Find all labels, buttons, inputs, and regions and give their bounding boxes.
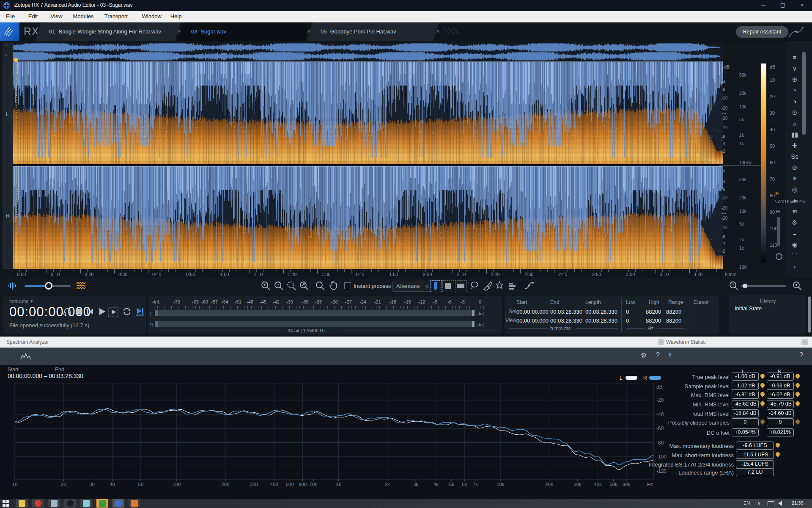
de-click-icon[interactable]: ◔	[789, 86, 800, 95]
stat-pin-icon[interactable]	[775, 442, 781, 448]
zoom-in-button[interactable]	[260, 280, 271, 291]
de-rustle-icon[interactable]: ◒	[789, 229, 800, 238]
stat-value-r[interactable]: -6.02 dB	[767, 391, 794, 399]
taskbar-app-media-app[interactable]	[64, 499, 76, 508]
stats-help-icon[interactable]: ?	[799, 351, 803, 359]
spectrum-plot[interactable]: dB-20-40-60-80-100-120102030406010020030…	[0, 365, 677, 499]
headphones-icon[interactable]	[63, 307, 72, 318]
stat-value-l[interactable]: 0	[732, 418, 759, 426]
zoom-selection-button[interactable]	[286, 280, 297, 291]
sel-end-value[interactable]: 00:03:28.330	[550, 318, 582, 324]
panel-close-icon[interactable]: ×	[658, 339, 664, 345]
overview-waveform[interactable]	[13, 42, 723, 61]
play-button[interactable]	[97, 307, 107, 318]
frequency-selection-tool[interactable]	[455, 280, 467, 292]
menu-transport[interactable]: Transport	[104, 13, 128, 19]
taskbar-app-notepad[interactable]	[80, 499, 92, 508]
vertical-zoom-in-icon[interactable]: ⊕	[776, 208, 780, 215]
playhead-line[interactable]	[16, 61, 16, 269]
spectrogram-colorbar[interactable]	[761, 64, 766, 262]
menu-help[interactable]: Help	[170, 13, 182, 19]
overview-collapse-icon[interactable]: ⌃	[5, 44, 8, 48]
close-button[interactable]: ×	[793, 0, 812, 11]
de-reverb-icon[interactable]: ⊘	[789, 163, 800, 172]
sel-low-value[interactable]: 0	[626, 318, 629, 324]
tray-chevron-icon[interactable]: ∧	[757, 500, 760, 506]
time-frequency-selection-tool[interactable]	[442, 280, 454, 292]
analyzer-help-icon[interactable]: ?	[656, 351, 660, 359]
loudness-value[interactable]: -9.6 LUFS	[736, 442, 774, 450]
menu-window[interactable]: Window	[142, 13, 162, 19]
magic-wand-tool[interactable]	[494, 280, 505, 291]
stat-value-r[interactable]: 0	[767, 418, 794, 426]
minimize-button[interactable]: ─	[754, 0, 773, 11]
h-zoom-in-button[interactable]	[792, 280, 803, 291]
play-selection-button[interactable]	[108, 307, 118, 319]
analyzer-settings-gear-icon[interactable]: ⚙	[641, 351, 647, 359]
de-bleed-icon[interactable]: ⌒	[789, 251, 800, 260]
module-menu-icon[interactable]: ≡	[789, 53, 800, 62]
de-noise-icon[interactable]: ☼	[789, 119, 800, 128]
channel-label-right[interactable]: R	[6, 213, 10, 219]
tab-close-icon[interactable]: ×	[436, 28, 440, 35]
spectrogram-blend-icon[interactable]	[76, 282, 86, 292]
h-zoom-out-button[interactable]	[728, 280, 739, 291]
taskbar-app-security-app[interactable]	[129, 499, 140, 508]
stat-pin-icon[interactable]	[760, 373, 765, 379]
stat-value-r[interactable]: +0.021%	[767, 428, 794, 436]
loop-button[interactable]	[122, 307, 132, 318]
speaker-tray-icon[interactable]	[778, 501, 782, 506]
stat-value-l[interactable]: -6.81 dB	[732, 391, 759, 399]
menu-modules[interactable]: Modules	[73, 13, 93, 19]
brush-tool[interactable]	[482, 280, 493, 291]
clock[interactable]: 21:39	[792, 500, 804, 505]
de-hum-icon[interactable]: ⊙	[789, 108, 800, 117]
ambience-match-icon[interactable]: ◎	[789, 185, 800, 194]
stat-pin-icon[interactable]	[760, 419, 765, 425]
channel-label-left[interactable]: L	[6, 111, 9, 117]
blend-slider-thumb[interactable]	[45, 282, 52, 290]
spectrogram-mini-icon[interactable]: ≋	[775, 190, 779, 197]
plugin-icon[interactable]: ⚙	[789, 218, 800, 227]
stat-value-l[interactable]: -15.84 dB	[732, 409, 759, 417]
stat-value-r[interactable]: -45.79 dB	[767, 400, 794, 408]
sel-high-value[interactable]: 88200	[646, 318, 661, 324]
stat-pin-icon[interactable]	[795, 391, 801, 397]
loudness-value[interactable]: -15.4 LUFS	[736, 460, 774, 468]
collapse-panel-icon[interactable]: ‹	[789, 262, 800, 271]
language-indicator[interactable]: EN	[743, 500, 750, 505]
time-format-chevron-icon[interactable]: ▾	[30, 298, 33, 304]
tab-spectrum-analyzer[interactable]: Spectrum Analyzer	[6, 339, 49, 345]
taskbar-app-file-explorer[interactable]	[16, 499, 28, 508]
time-format-label[interactable]: h:m:s.ms	[9, 298, 28, 304]
stat-pin-icon[interactable]	[795, 419, 801, 425]
h-zoom-slider-thumb[interactable]	[743, 284, 747, 288]
analyzer-options-icon[interactable]: ⍿⍿	[668, 351, 672, 359]
stat-value-r[interactable]: -0.93 dB	[767, 382, 794, 390]
repair-wand-icon[interactable]	[787, 26, 804, 39]
record-button[interactable]	[74, 307, 84, 318]
sel-start-value[interactable]: 00:00:00.000	[516, 318, 549, 324]
play-to-end-button[interactable]	[135, 307, 145, 318]
taskbar-app-start[interactable]	[0, 499, 12, 508]
stat-value-r[interactable]: -14.60 dB	[767, 409, 794, 417]
sel-low-value[interactable]: 0	[626, 309, 629, 315]
file-tab-1[interactable]: 01 -Boogie-Woogie String Along For Real.…	[44, 22, 184, 41]
loudness-value[interactable]: 7.2 LU	[736, 468, 774, 476]
sel-end-value[interactable]: 00:03:28.330	[550, 309, 582, 315]
spectrogram-view[interactable]	[13, 61, 723, 269]
vertical-zoom-scrollbar[interactable]	[777, 217, 780, 246]
zoom-reset-button[interactable]	[299, 280, 310, 291]
stat-pin-icon[interactable]	[760, 391, 765, 397]
waveform-blend-icon[interactable]	[8, 282, 17, 292]
stat-pin-icon[interactable]	[760, 400, 765, 406]
display-tray-icon[interactable]	[768, 501, 774, 506]
declick-node-tool[interactable]	[524, 280, 535, 291]
collapse-strip-icon[interactable]: ∨	[789, 64, 800, 73]
stat-pin-icon[interactable]	[775, 451, 781, 457]
menu-file[interactable]: File	[6, 13, 15, 19]
waveform-mini-icon[interactable]: \u2016|\u2016	[775, 199, 805, 204]
menu-view[interactable]: View	[51, 13, 63, 19]
history-scrollbar[interactable]	[808, 296, 811, 333]
mouth-de-click-icon[interactable]: ✶	[789, 174, 800, 183]
